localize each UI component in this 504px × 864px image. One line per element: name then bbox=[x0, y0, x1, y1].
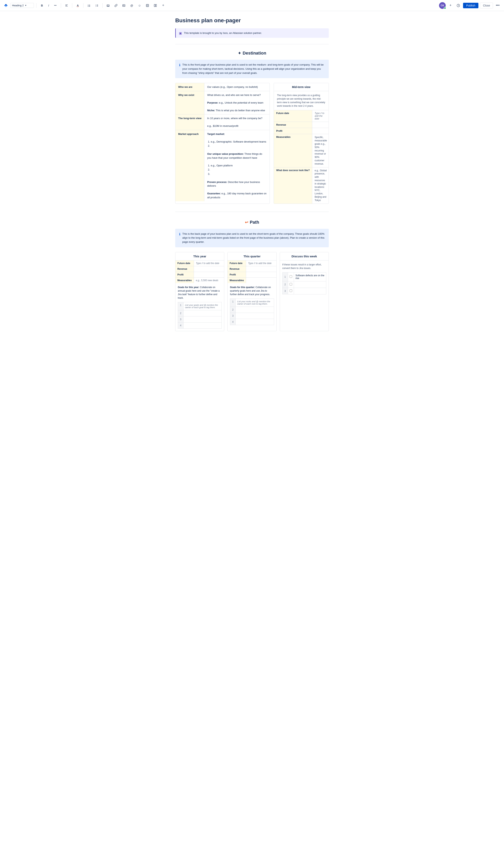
table-row: 3 bbox=[230, 313, 274, 319]
bullet-list-button[interactable] bbox=[86, 2, 92, 9]
table-row: 2 bbox=[178, 310, 222, 316]
path-icon: ↩ bbox=[245, 220, 248, 225]
numbered-list-button[interactable]: 1.2.3. bbox=[94, 2, 100, 9]
text-color-button[interactable]: A bbox=[75, 2, 81, 9]
row-checkbox[interactable] bbox=[288, 288, 294, 294]
discuss-card: Discuss this week If these issues result… bbox=[280, 252, 329, 331]
info-icon: ℹ bbox=[179, 63, 180, 67]
layout-button[interactable] bbox=[152, 2, 158, 9]
goals-label-prefix: Goals for this quarter: bbox=[230, 286, 255, 289]
this-year-table: Future date Type // to add the date Reve… bbox=[176, 261, 224, 283]
close-button[interactable]: Close bbox=[480, 2, 493, 9]
row-value: Type // to add the date bbox=[194, 261, 224, 266]
divider-2 bbox=[61, 3, 61, 8]
heading-chevron-icon: ▾ bbox=[25, 4, 26, 7]
discuss-description: If these issues result in a larger effor… bbox=[280, 261, 328, 272]
table-row: What does success look like? e.g., Globa… bbox=[274, 167, 329, 203]
row-num: 4 bbox=[178, 322, 183, 328]
publish-button[interactable]: Publish bbox=[463, 3, 478, 8]
table-row: 1 List your goals and @ mention the owne… bbox=[178, 302, 222, 310]
svg-rect-8 bbox=[88, 6, 90, 7]
midterm-heading: Mid-term view bbox=[274, 83, 328, 91]
row-checkbox[interactable] bbox=[288, 272, 294, 281]
banner-text: This template is brought to you by Isos,… bbox=[184, 31, 262, 35]
discuss-heading: Discuss this week bbox=[280, 252, 328, 261]
insert-link-button[interactable] bbox=[113, 2, 119, 9]
svg-rect-25 bbox=[156, 4, 157, 7]
this-year-card: This year Future date Type // to add the… bbox=[175, 252, 224, 331]
path-description: This is the back page of your business p… bbox=[182, 232, 325, 244]
svg-point-3 bbox=[88, 4, 88, 5]
row-num: 1 bbox=[282, 272, 288, 281]
emoji-button[interactable]: ☺ bbox=[136, 2, 143, 9]
destination-heading-text: Destination bbox=[243, 51, 266, 56]
svg-point-7 bbox=[88, 6, 88, 7]
svg-rect-6 bbox=[88, 5, 90, 6]
row-label: Profit bbox=[274, 128, 312, 134]
more-options-button[interactable]: ••• bbox=[494, 2, 501, 9]
table-row: Profit bbox=[228, 272, 276, 277]
row-value: e.g., 5,500 new deals bbox=[194, 277, 224, 283]
mention-button[interactable]: @ bbox=[129, 2, 135, 9]
svg-rect-0 bbox=[65, 4, 68, 5]
version-history-button[interactable] bbox=[455, 2, 461, 9]
row-label: Measurables bbox=[228, 277, 246, 283]
user-avatar[interactable]: CK bbox=[439, 2, 446, 9]
table-row: 1 Software defects are on the rise bbox=[282, 272, 326, 281]
row-content bbox=[183, 322, 222, 328]
insert-image-button[interactable] bbox=[121, 2, 127, 9]
logo bbox=[3, 3, 9, 8]
discuss-items-container: 1 Software defects are on the rise 2 3 bbox=[280, 272, 328, 297]
row-value: e.g., Global presence, with resources in… bbox=[312, 167, 329, 203]
row-value bbox=[312, 128, 329, 134]
destination-icon: ✦ bbox=[238, 51, 241, 56]
row-content: In 10 years or more, where will the comp… bbox=[204, 115, 269, 130]
this-quarter-goals-table-container: 1 List your rocks and @ mention the owne… bbox=[228, 299, 276, 327]
this-quarter-heading: This quarter bbox=[228, 252, 276, 261]
avatar-initials: CK bbox=[441, 4, 444, 7]
this-quarter-goals-text: Goals for this quarter: Collaborate on q… bbox=[228, 283, 276, 299]
more-format-button[interactable]: ••• bbox=[52, 2, 59, 9]
table-row: 2 bbox=[230, 307, 274, 313]
row-value bbox=[246, 266, 276, 272]
svg-point-5 bbox=[88, 5, 88, 6]
table-row: Profit bbox=[176, 272, 224, 277]
row-label: What does success look like? bbox=[274, 167, 312, 203]
path-section: ↩ Path ℹ This is the back page of your b… bbox=[175, 220, 329, 331]
row-value bbox=[194, 272, 224, 277]
midterm-description: The long-term view provides us a guiding… bbox=[274, 91, 328, 110]
this-quarter-goals-table: 1 List your rocks and @ mention the owne… bbox=[230, 299, 274, 325]
insert-media-button[interactable] bbox=[105, 2, 111, 9]
destination-heading: ✦ Destination bbox=[175, 51, 329, 56]
bold-button[interactable]: B bbox=[39, 2, 45, 9]
align-button[interactable] bbox=[63, 2, 70, 9]
table-row: Future date Type // to add the date bbox=[228, 261, 276, 266]
row-num: 4 bbox=[230, 319, 236, 325]
row-content: List your rocks and @ mention the owner … bbox=[236, 299, 274, 307]
heading-selector[interactable]: Heading 2 ▾ bbox=[10, 3, 34, 8]
destination-description: This is the front page of your business … bbox=[182, 63, 325, 75]
path-description-box: ℹ This is the back page of your business… bbox=[175, 229, 329, 247]
row-value bbox=[312, 122, 329, 128]
row-num: 1 bbox=[178, 302, 183, 310]
row-num: 3 bbox=[178, 316, 183, 322]
row-checkbox[interactable] bbox=[288, 281, 294, 288]
text-format-group: B I ••• bbox=[39, 2, 59, 9]
italic-button[interactable]: I bbox=[46, 2, 52, 9]
divider-before-path bbox=[175, 212, 329, 212]
discuss-table: 1 Software defects are on the rise 2 3 bbox=[282, 272, 326, 295]
table-row: Profit bbox=[274, 128, 329, 134]
row-num: 1 bbox=[230, 299, 236, 307]
table-row: 3 bbox=[178, 316, 222, 322]
add-collaborator-button[interactable]: + bbox=[447, 2, 454, 9]
row-content: List your goals and @ mention the owner … bbox=[183, 302, 222, 310]
table-row: Future date Type // to add the date bbox=[176, 261, 224, 266]
row-label: Market approach bbox=[176, 130, 204, 201]
table-button[interactable] bbox=[144, 2, 151, 9]
row-label: Why we exist bbox=[176, 91, 204, 115]
page-title: Business plan one-pager bbox=[175, 17, 329, 24]
svg-rect-1 bbox=[65, 5, 67, 6]
plus-insert-button[interactable]: + bbox=[160, 2, 166, 9]
table-row: Measurables Specific, measurable goals e… bbox=[274, 134, 329, 167]
midterm-table: Future date Type // to add the date Reve… bbox=[274, 110, 329, 203]
